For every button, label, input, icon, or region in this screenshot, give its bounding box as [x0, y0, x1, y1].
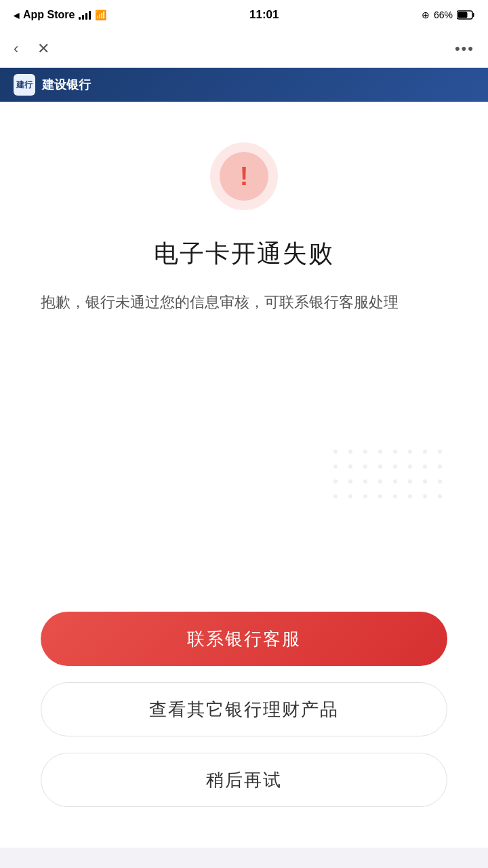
nav-bar: ‹ ✕ ••• [0, 30, 488, 68]
error-description: 抱歉，银行未通过您的信息审核，可联系银行客服处理 [41, 290, 447, 315]
carrier-label: App Store [23, 9, 75, 21]
dots-pattern [333, 450, 447, 504]
retry-later-button[interactable]: 稍后再试 [41, 753, 447, 807]
location-icon: ⊕ [422, 9, 430, 20]
more-button[interactable]: ••• [455, 40, 474, 58]
back-arrow-icon: ◂ [14, 9, 19, 22]
status-bar-right: ⊕ 66% [422, 9, 474, 20]
status-bar-left: ◂ App Store 📶 [14, 9, 106, 22]
error-icon-wrapper: ! [210, 142, 278, 210]
status-bar: ◂ App Store 📶 11:01 ⊕ 66% [0, 0, 488, 30]
back-button[interactable]: ‹ [14, 40, 18, 58]
signal-icon [79, 10, 91, 20]
dots-decoration [41, 369, 447, 585]
status-bar-time: 11:01 [249, 8, 279, 22]
bank-name: 建设银行 [42, 77, 91, 93]
battery-icon [457, 10, 474, 20]
buttons-area: 联系银行客服 查看其它银行理财产品 稍后再试 [41, 612, 447, 807]
view-other-products-button[interactable]: 查看其它银行理财产品 [41, 682, 447, 736]
close-button[interactable]: ✕ [37, 40, 49, 58]
main-content: ! 电子卡开通失败 抱歉，银行未通过您的信息审核，可联系银行客服处理 联系银行客… [0, 102, 488, 848]
svg-rect-1 [473, 13, 474, 17]
error-icon: ! [220, 152, 268, 201]
bank-logo: 建行 [14, 74, 35, 96]
contact-service-button[interactable]: 联系银行客服 [41, 612, 447, 666]
wifi-icon: 📶 [95, 9, 106, 20]
nav-left: ‹ ✕ [14, 40, 49, 58]
error-title: 电子卡开通失败 [154, 237, 334, 271]
battery-percentage: 66% [434, 9, 453, 20]
svg-rect-2 [458, 12, 468, 18]
banner: 建行 建设银行 [0, 68, 488, 102]
